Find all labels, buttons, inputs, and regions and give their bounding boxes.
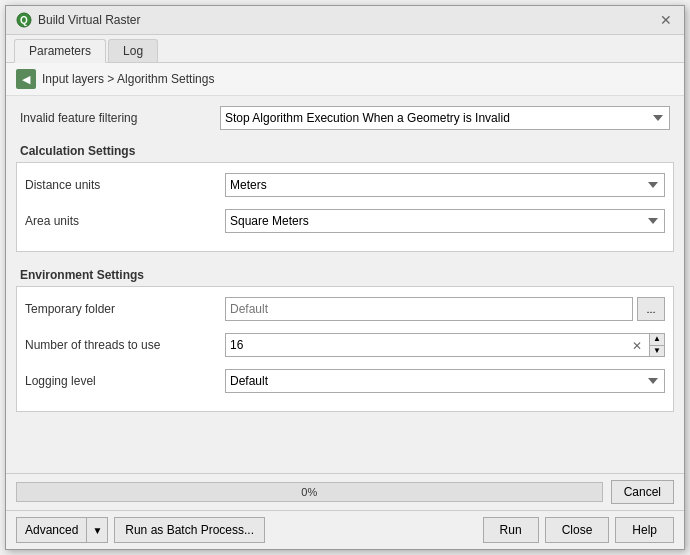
tab-log[interactable]: Log (108, 39, 158, 62)
environment-settings-header: Environment Settings (16, 262, 674, 286)
temp-folder-input[interactable] (225, 297, 633, 321)
app-icon: Q (16, 12, 32, 28)
browse-button[interactable]: ... (637, 297, 665, 321)
tab-parameters[interactable]: Parameters (14, 39, 106, 63)
temp-folder-row: Temporary folder ... (25, 295, 665, 323)
help-button[interactable]: Help (615, 517, 674, 543)
window-title: Build Virtual Raster (38, 13, 141, 27)
run-button[interactable]: Run (483, 517, 539, 543)
temp-folder-control: ... (225, 297, 665, 321)
logging-level-control: Default Info Warning Error Critical (225, 369, 665, 393)
threads-input[interactable] (226, 334, 625, 356)
threads-spinner: ▲ ▼ (649, 334, 664, 356)
title-bar: Q Build Virtual Raster ✕ (6, 6, 684, 35)
distance-units-control: Meters Kilometers Feet Miles (225, 173, 665, 197)
footer: Advanced ▼ Run as Batch Process... Run C… (6, 510, 684, 549)
temp-folder-label: Temporary folder (25, 302, 225, 316)
clear-threads-button[interactable]: ✕ (625, 334, 649, 358)
invalid-feature-label: Invalid feature filtering (20, 111, 220, 125)
area-units-select[interactable]: Square Meters Square Kilometers Square F… (225, 209, 665, 233)
distance-units-label: Distance units (25, 178, 225, 192)
progress-bar-wrapper: 0% (16, 482, 603, 502)
back-button[interactable]: ◀ (16, 69, 36, 89)
logging-level-label: Logging level (25, 374, 225, 388)
calculation-settings-box: Distance units Meters Kilometers Feet Mi… (16, 162, 674, 252)
threads-decrement[interactable]: ▼ (650, 346, 664, 357)
area-units-control: Square Meters Square Kilometers Square F… (225, 209, 665, 233)
area-units-row: Area units Square Meters Square Kilomete… (25, 207, 665, 235)
svg-text:Q: Q (20, 15, 28, 26)
advanced-group: Advanced ▼ (16, 517, 108, 543)
progress-bar-container: 0% (16, 482, 603, 502)
logging-level-select[interactable]: Default Info Warning Error Critical (225, 369, 665, 393)
tab-bar: Parameters Log (6, 35, 684, 63)
logging-level-row: Logging level Default Info Warning Error… (25, 367, 665, 395)
breadcrumb: ◀ Input layers > Algorithm Settings (6, 63, 684, 96)
batch-process-button[interactable]: Run as Batch Process... (114, 517, 265, 543)
content-area: Invalid feature filtering Stop Algorithm… (6, 96, 684, 473)
main-window: Q Build Virtual Raster ✕ Parameters Log … (5, 5, 685, 550)
progress-label: 0% (301, 486, 317, 498)
cancel-button[interactable]: Cancel (611, 480, 674, 504)
close-button[interactable]: Close (545, 517, 610, 543)
threads-increment[interactable]: ▲ (650, 334, 664, 346)
advanced-button[interactable]: Advanced (16, 517, 86, 543)
invalid-feature-select[interactable]: Stop Algorithm Execution When a Geometry… (220, 106, 670, 130)
breadcrumb-text: Input layers > Algorithm Settings (42, 72, 214, 86)
footer-right: Run Close Help (483, 517, 674, 543)
invalid-feature-control: Stop Algorithm Execution When a Geometry… (220, 106, 670, 130)
distance-units-select[interactable]: Meters Kilometers Feet Miles (225, 173, 665, 197)
distance-units-row: Distance units Meters Kilometers Feet Mi… (25, 171, 665, 199)
threads-control: ✕ ▲ ▼ (225, 333, 665, 357)
threads-label: Number of threads to use (25, 338, 225, 352)
invalid-feature-row: Invalid feature filtering Stop Algorithm… (16, 106, 674, 130)
progress-area: 0% Cancel (6, 473, 684, 510)
threads-row: Number of threads to use ✕ ▲ ▼ (25, 331, 665, 359)
area-units-label: Area units (25, 214, 225, 228)
advanced-dropdown-button[interactable]: ▼ (86, 517, 108, 543)
environment-settings-box: Temporary folder ... Number of threads t… (16, 286, 674, 412)
calculation-settings-header: Calculation Settings (16, 138, 674, 162)
close-icon[interactable]: ✕ (658, 12, 674, 28)
